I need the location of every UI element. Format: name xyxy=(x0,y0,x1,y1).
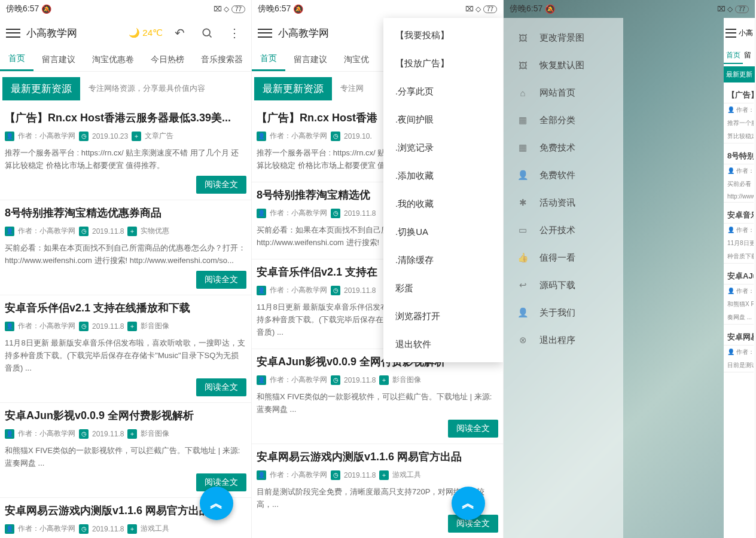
overflow-item-11[interactable]: 退出软件 xyxy=(383,331,503,359)
search-button[interactable] xyxy=(196,22,218,44)
date-icon: ◷ xyxy=(79,429,89,439)
date-icon: ◷ xyxy=(79,227,89,236)
date-icon: ◷ xyxy=(331,209,340,218)
author-icon: 👤 xyxy=(5,429,14,439)
date-icon: ◷ xyxy=(331,132,340,141)
article-3[interactable]: 安卓AJun影视v0.0.9 全网付费影视解析 👤 作者：小高教学网 ◷ 201… xyxy=(0,403,251,498)
drawer-item-icon: ▦ xyxy=(517,142,529,154)
drawer-item-3[interactable]: ▦全部分类 xyxy=(504,106,623,134)
article-1[interactable]: 8号特别推荐淘宝精选优惠券商品 👤 作者：小高教学网 ◷ 2019.11.8 ＋… xyxy=(0,200,251,295)
drawer-item-icon: 👍 xyxy=(517,252,529,264)
drawer-item-10[interactable]: 👤关于我们 xyxy=(504,299,623,326)
banner-badge: 最新更新资源 xyxy=(254,77,332,100)
overflow-button[interactable]: ⋮ xyxy=(224,22,245,44)
temperature: 24℃ xyxy=(142,27,163,38)
underlying-page-slice: 小高 首页留 最新更新 【广告】R 👤 作者：小 推荐一个服务 算比较稳定 价 … xyxy=(724,18,755,538)
drawer-item-label: 公开技术 xyxy=(539,225,575,236)
read-more-button[interactable]: 阅读全文 xyxy=(196,271,246,289)
tab-coupons[interactable]: 淘宝优 xyxy=(336,48,377,71)
drawer-item-8[interactable]: 👍值得一看 xyxy=(504,244,623,271)
category-icon: ＋ xyxy=(379,470,389,480)
menu-button-slice[interactable] xyxy=(725,26,736,40)
drawer-item-icon: ▦ xyxy=(517,114,529,126)
undo-button[interactable]: ↶ xyxy=(169,22,190,44)
overflow-item-4[interactable]: .浏览记录 xyxy=(383,134,503,162)
scroll-top-fab[interactable]: ︽ xyxy=(200,487,233,520)
badge-slice: 最新更新 xyxy=(724,66,755,82)
drawer-item-icon: 🖼 xyxy=(517,59,529,71)
tab-home[interactable]: 首页 xyxy=(0,48,33,71)
menu-button[interactable] xyxy=(258,26,272,40)
tab-coupons[interactable]: 淘宝优惠卷 xyxy=(84,48,142,71)
author-icon: 👤 xyxy=(5,132,14,141)
author-label: 作者：小高教学网 xyxy=(270,131,327,141)
drawer-item-4[interactable]: ▦免费技术 xyxy=(504,134,623,161)
article-category: 游戏工具 xyxy=(141,524,169,534)
article-list[interactable]: 【广告】Rn.cx Host香港云服务器最低3.39美... 👤 作者：小高教学… xyxy=(0,105,251,538)
article-category: 实物优惠 xyxy=(141,226,169,236)
overflow-item-9[interactable]: 彩蛋 xyxy=(383,274,503,302)
drawer-item-9[interactable]: ↩源码下载 xyxy=(504,271,623,299)
tab-slice-home[interactable]: 首页 xyxy=(724,48,743,64)
read-more-button[interactable]: 阅读全文 xyxy=(448,420,498,438)
overflow-item-7[interactable]: .切换UA xyxy=(383,218,503,246)
status-time: 傍晚6:57 xyxy=(510,4,542,14)
read-more-button[interactable]: 阅读全文 xyxy=(196,378,246,396)
drawer-item-1[interactable]: 🖼恢复默认图 xyxy=(504,51,623,79)
article-excerpt: 推荐一个服务器平台 : https://rn.cx/ 贴主亲测速度不错 用了几个… xyxy=(5,147,246,172)
drawer-item-6[interactable]: ✱活动资讯 xyxy=(504,189,623,216)
author-label: 作者：小高教学网 xyxy=(270,470,327,480)
phone-1: 傍晚6:57 🔕 ⌧ ◇ 77 小高教学网 🌙 24℃ ↶ ⋮ 首页 留言建议 … xyxy=(0,0,252,538)
drawer-item-0[interactable]: 🖼更改背景图 xyxy=(504,24,623,51)
drawer-item-2[interactable]: ⌂网站首页 xyxy=(504,79,623,106)
navigation-drawer: 🖼更改背景图🖼恢复默认图⌂网站首页▦全部分类▦免费技术👤免费软件✱活动资讯▭公开… xyxy=(504,18,623,538)
article-meta: 👤 作者：小高教学网 ◷ 2019.11.8 ＋ 实物优惠 xyxy=(5,226,246,236)
category-icon: ＋ xyxy=(127,227,137,236)
article-3[interactable]: 安卓AJun影视v0.0.9 全网付费影视解析 👤 作者：小高教学网 ◷ 201… xyxy=(252,349,503,444)
author-icon: 👤 xyxy=(5,524,14,534)
author-icon: 👤 xyxy=(257,375,266,385)
weather-widget[interactable]: 🌙 24℃ xyxy=(129,27,163,38)
article-meta: 👤 作者：小高教学网 ◷ 2019.10.23 ＋ 文章广告 xyxy=(5,131,246,141)
overflow-item-1[interactable]: 【投放广告】 xyxy=(383,50,503,78)
drawer-item-icon: 👤 xyxy=(517,307,529,319)
author-label: 作者：小高教学网 xyxy=(18,429,75,439)
overflow-item-6[interactable]: .我的收藏 xyxy=(383,190,503,218)
author-icon: 👤 xyxy=(257,209,266,218)
drawer-item-icon: ⌂ xyxy=(517,87,529,99)
tab-feedback[interactable]: 留言建议 xyxy=(33,48,84,71)
article-2[interactable]: 安卓音乐伴侣v2.1 支持在线播放和下载 👤 作者：小高教学网 ◷ 2019.1… xyxy=(0,295,251,403)
overflow-item-0[interactable]: 【我要投稿】 xyxy=(383,22,503,50)
signal-icon: ⌧ ◇ xyxy=(717,5,733,13)
menu-button[interactable] xyxy=(6,26,20,40)
date-icon: ◷ xyxy=(331,375,340,385)
overflow-item-8[interactable]: .清除缓存 xyxy=(383,246,503,274)
tab-hot[interactable]: 今日热榜 xyxy=(142,48,193,71)
tab-music[interactable]: 音乐搜索器 xyxy=(193,48,251,71)
article-0[interactable]: 【广告】Rn.cx Host香港云服务器最低3.39美... 👤 作者：小高教学… xyxy=(0,105,251,200)
status-bar: 傍晚6:57 🔕 ⌧ ◇ 77 xyxy=(0,0,251,18)
drawer-item-5[interactable]: 👤免费软件 xyxy=(504,161,623,189)
article-title: 8号特别推荐淘宝精选优惠券商品 xyxy=(5,206,246,220)
overflow-item-2[interactable]: .分享此页 xyxy=(383,78,503,106)
scroll-top-fab[interactable]: ︽ xyxy=(452,487,485,520)
drawer-item-7[interactable]: ▭公开技术 xyxy=(504,216,623,244)
overflow-item-3[interactable]: .夜间护眼 xyxy=(383,106,503,134)
date-icon: ◷ xyxy=(79,524,89,534)
overflow-item-10[interactable]: 浏览器打开 xyxy=(383,302,503,331)
overflow-item-5[interactable]: .添加收藏 xyxy=(383,162,503,190)
author-label: 作者：小高教学网 xyxy=(270,375,327,385)
signal-icon: ⌧ ◇ xyxy=(214,5,229,13)
drawer-item-11[interactable]: ⊗退出程序 xyxy=(504,326,623,354)
article-title: 【广告】Rn.cx Host香港云服务器最低3.39美... xyxy=(5,111,246,125)
author-label: 作者：小高教学网 xyxy=(18,226,75,236)
drawer-item-icon: 👤 xyxy=(517,169,529,181)
tab-feedback[interactable]: 留言建议 xyxy=(285,48,336,71)
author-icon: 👤 xyxy=(257,470,266,480)
drawer-item-label: 网站首页 xyxy=(539,87,575,99)
read-more-button[interactable]: 阅读全文 xyxy=(196,176,246,194)
tab-home[interactable]: 首页 xyxy=(252,48,285,71)
drawer-item-label: 免费技术 xyxy=(539,142,575,154)
article-date: 2019.11.8 xyxy=(92,430,124,438)
article-date: 2019.11.8 xyxy=(92,322,124,331)
